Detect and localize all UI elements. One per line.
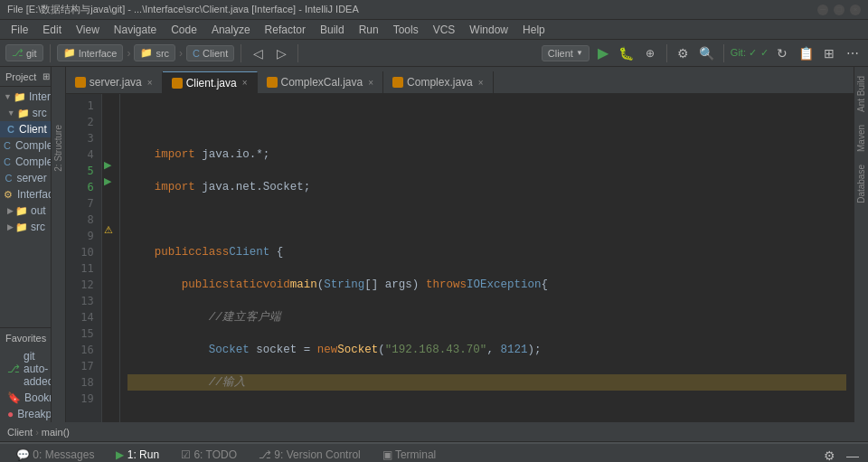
run-tab-todo[interactable]: ☑ 6: TODO xyxy=(170,445,248,463)
client-button[interactable]: C Client xyxy=(186,45,234,61)
out-folder-icon: 📁 xyxy=(15,205,28,217)
menu-refactor[interactable]: Refactor xyxy=(258,22,313,38)
settings-button[interactable]: ⚙ xyxy=(674,43,693,63)
history-button[interactable]: 📋 xyxy=(796,43,816,63)
messages-icon: 💬 xyxy=(16,448,30,461)
tree-item-out[interactable]: ▶ 📁 out xyxy=(0,203,51,219)
terminal-label: Terminal xyxy=(395,448,436,461)
breadcrumb-separator: › xyxy=(35,427,39,438)
breadcrumb-sep-1: › xyxy=(127,47,130,60)
minimize-button[interactable]: ─ xyxy=(817,5,828,15)
coverage-button[interactable]: ⊕ xyxy=(640,43,660,63)
tree-label-src2: src xyxy=(31,221,45,233)
fav-git[interactable]: ⎇ git auto-added xyxy=(0,348,51,390)
run-close-button[interactable]: — xyxy=(843,446,863,463)
database-label[interactable]: Database xyxy=(854,159,868,209)
run-settings-button[interactable]: ⚙ xyxy=(819,446,839,463)
update-button[interactable]: ↻ xyxy=(772,43,792,63)
tab-complex[interactable]: Complex.java × xyxy=(383,71,494,93)
fav-bookmarks[interactable]: 🔖 Bookmarks xyxy=(0,390,51,406)
tree-label-out: out xyxy=(31,204,46,217)
tab-complexcal[interactable]: ComplexCal.java × xyxy=(258,71,384,93)
tree-item-complexcal[interactable]: C ComplexCal xyxy=(0,154,51,170)
code-line-1 xyxy=(127,114,846,130)
run-gutter-icon-2[interactable]: ▶ xyxy=(104,175,111,187)
maven-label[interactable]: Maven xyxy=(854,119,868,157)
forward-button[interactable]: ▷ xyxy=(271,43,291,63)
close-button[interactable]: × xyxy=(850,5,861,15)
tab-label-complex: Complex.java xyxy=(407,76,473,89)
tab-client[interactable]: Client.java × xyxy=(163,71,258,93)
java-icon-complex: C xyxy=(4,140,11,151)
run-tab-terminal[interactable]: ▣ Terminal xyxy=(372,445,447,463)
bottom-panel: 💬 0: Messages ▶ 1: Run ☑ 6: TODO ⎇ 9: Ve… xyxy=(0,442,868,462)
menu-window[interactable]: Window xyxy=(462,22,515,38)
run-icon: ▶ xyxy=(116,448,124,461)
menu-vcs[interactable]: VCS xyxy=(426,22,463,38)
menu-tools[interactable]: Tools xyxy=(386,22,426,38)
gutter: ▶ ▶ ⚠ xyxy=(102,94,120,422)
ant-build-label[interactable]: Ant Build xyxy=(854,71,868,118)
tree-item-iml[interactable]: ⚙ Interface.iml xyxy=(0,186,51,203)
run-gutter-icon-1[interactable]: ▶ xyxy=(104,159,111,171)
tree-item-complex[interactable]: C Complex xyxy=(0,137,51,154)
folder-icon: 📁 xyxy=(14,91,26,103)
tree-item-src[interactable]: ▼ 📁 src xyxy=(0,105,51,121)
tree-label-client: Client xyxy=(19,123,47,136)
back-button[interactable]: ◁ xyxy=(248,43,268,63)
tab-close-client[interactable]: × xyxy=(242,78,248,88)
tree-item-interface[interactable]: ▼ 📁 Interface xyxy=(0,89,51,105)
menu-build[interactable]: Build xyxy=(313,22,352,38)
menu-navigate[interactable]: Navigate xyxy=(107,22,164,38)
menu-edit[interactable]: Edit xyxy=(35,22,69,38)
java-icon-complexcal: C xyxy=(4,156,11,167)
tab-server[interactable]: server.java × xyxy=(66,71,163,93)
tree-label-interface: Interface xyxy=(29,90,51,103)
code-line-10 xyxy=(127,407,846,422)
ln-1: 1 xyxy=(66,98,94,114)
fav-breakpoints[interactable]: ● Breakpoints xyxy=(0,406,51,422)
run-config-button[interactable]: Client ▼ xyxy=(542,45,590,61)
interface-button[interactable]: 📁 Interface xyxy=(57,44,124,61)
breadcrumb-main[interactable]: main() xyxy=(42,427,70,438)
breakpoint-icon: ● xyxy=(7,408,14,420)
more-button[interactable]: ⋯ xyxy=(843,43,863,63)
maximize-button[interactable]: □ xyxy=(834,5,844,15)
src-button[interactable]: 📁 src xyxy=(134,44,175,61)
line-numbers: 1 2 3 4 5 6 7 8 9 10 11 12 13 14 15 16 1… xyxy=(66,94,102,422)
run-tab-run[interactable]: ▶ 1: Run xyxy=(105,445,170,463)
search2-button[interactable]: ⊞ xyxy=(819,43,839,63)
search-button[interactable]: 🔍 xyxy=(697,43,717,63)
tab-close-complex[interactable]: × xyxy=(478,78,484,88)
git-label: git xyxy=(26,48,37,59)
src-folder-icon: 📁 xyxy=(17,108,30,119)
tree-item-client[interactable]: C Client xyxy=(0,121,51,137)
menubar: File Edit View Navigate Code Analyze Ref… xyxy=(0,20,868,40)
editor-area: server.java × Client.java × ComplexCal.j… xyxy=(66,67,854,422)
menu-code[interactable]: Code xyxy=(164,22,204,38)
tab-label-server: server.java xyxy=(90,76,142,89)
menu-run[interactable]: Run xyxy=(352,22,386,38)
run-button[interactable]: ▶ xyxy=(593,43,613,63)
run-tab-actions: ⚙ — xyxy=(819,446,863,463)
main-area: Project ⊞ ⊕ ⚙ — ▼ 📁 Interface ▼ 📁 src xyxy=(0,67,868,422)
tree-item-src2[interactable]: ▶ 📁 src xyxy=(0,219,51,235)
git-button[interactable]: ⎇ git xyxy=(5,44,43,61)
tree-item-server[interactable]: C server xyxy=(0,170,51,186)
structure-label[interactable]: 2: Structure xyxy=(52,121,65,175)
breadcrumb-sep-2: › xyxy=(179,47,183,60)
favorites-header[interactable]: Favorites + ⚙ — xyxy=(0,328,51,348)
debug-button[interactable]: 🐛 xyxy=(617,43,637,63)
menu-file[interactable]: File xyxy=(4,22,35,38)
sidebar-action-1[interactable]: ⊞ xyxy=(36,67,52,87)
menu-analyze[interactable]: Analyze xyxy=(204,22,258,38)
menu-help[interactable]: Help xyxy=(515,22,552,38)
code-content[interactable]: import java.io.*; import java.net.Socket… xyxy=(120,94,854,422)
messages-label: 0: Messages xyxy=(33,448,94,461)
tab-close-server[interactable]: × xyxy=(147,78,153,88)
breadcrumb-client[interactable]: Client xyxy=(7,427,33,438)
menu-view[interactable]: View xyxy=(69,22,107,38)
run-tab-messages[interactable]: 💬 0: Messages xyxy=(5,445,105,463)
tab-close-complexcal[interactable]: × xyxy=(368,78,373,88)
run-tab-version[interactable]: ⎇ 9: Version Control xyxy=(248,445,372,463)
